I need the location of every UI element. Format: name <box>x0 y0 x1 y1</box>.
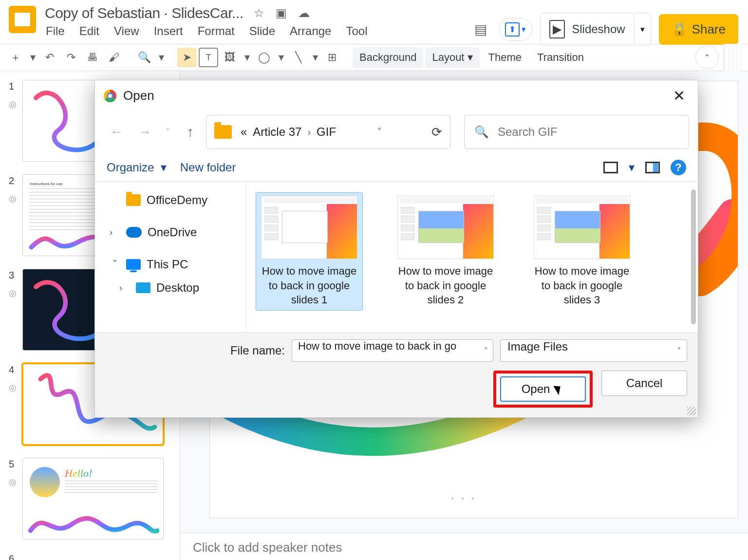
filename-value: How to move image to back in go <box>298 340 456 352</box>
file-name: How to move image to back in google slid… <box>395 264 496 307</box>
zoom-button[interactable]: 🔍 <box>134 48 154 67</box>
file-item[interactable]: How to move image to back in google slid… <box>392 192 499 311</box>
play-icon: ▶ <box>549 20 565 38</box>
tree-desktop[interactable]: ›Desktop <box>98 276 243 299</box>
caret-down-icon[interactable]: ˅ <box>484 346 488 355</box>
view-mode-icon[interactable] <box>603 162 618 173</box>
undo-button[interactable]: ↶ <box>40 48 59 67</box>
menu-format[interactable]: Format <box>198 24 235 38</box>
nav-back-icon[interactable]: ← <box>104 119 129 145</box>
filetype-value: Image Files <box>507 340 568 353</box>
new-slide-caret[interactable]: ▾ <box>27 48 38 67</box>
ruler-stub <box>724 44 742 71</box>
title-block: Copy of Sebastian · SlidesCar... ☆ ▣ ☁ F… <box>45 3 470 38</box>
file-name: How to move image to back in google slid… <box>532 264 632 307</box>
file-grid[interactable]: How to move image to back in google slid… <box>246 182 698 332</box>
filmstrip-handle[interactable]: • • • <box>451 495 477 503</box>
speaker-notes[interactable]: Click to add speaker notes <box>180 533 748 560</box>
thumb-number: 5 <box>9 458 19 470</box>
open-button[interactable]: Open <box>500 376 586 402</box>
line-tool[interactable]: ╲ <box>288 48 308 67</box>
pc-icon <box>126 259 141 270</box>
cancel-button[interactable]: Cancel <box>601 371 687 396</box>
slides-logo <box>9 6 36 33</box>
view-caret-icon[interactable]: ▾ <box>629 161 635 174</box>
slideshow-button[interactable]: ▶ Slideshow <box>540 13 634 46</box>
nav-forward-icon[interactable]: → <box>132 119 157 145</box>
search-input[interactable]: 🔍 Search GIF <box>464 115 689 149</box>
slide-thumb-5[interactable]: Hello! <box>22 458 164 540</box>
present-pill[interactable]: ⬆ ▾ <box>499 18 532 41</box>
menu-insert[interactable]: Insert <box>154 24 183 38</box>
paint-format-button[interactable]: 🖌 <box>104 48 124 67</box>
menu-tools[interactable]: Tool <box>346 24 367 38</box>
new-slide-button[interactable]: ＋ <box>6 48 25 67</box>
image-tool[interactable]: 🖼 <box>220 48 240 67</box>
image-caret[interactable]: ▾ <box>242 48 252 67</box>
crumb-folder[interactable]: Article 37 <box>253 125 301 139</box>
shape-caret[interactable]: ▾ <box>276 48 286 67</box>
tree-officedemy[interactable]: OfficeDemy <box>98 188 243 212</box>
menu-view[interactable]: View <box>114 24 139 38</box>
thumb-number: 6 <box>9 552 19 560</box>
chevron-right-icon: › <box>307 127 311 138</box>
animation-icon: ◎ <box>9 288 19 299</box>
tree-thispc[interactable]: ›This PC <box>98 253 243 276</box>
theme-button[interactable]: Theme <box>482 47 528 68</box>
folder-tree[interactable]: OfficeDemy ›OneDrive ›This PC ›Desktop <box>95 182 246 332</box>
close-icon[interactable]: ✕ <box>669 85 689 106</box>
animation-icon: ◎ <box>9 193 19 204</box>
background-button[interactable]: Background <box>353 47 423 68</box>
animation-icon: ◎ <box>9 382 19 393</box>
resize-grip[interactable] <box>687 407 696 415</box>
lock-icon: 🔒 <box>672 22 687 37</box>
menu-file[interactable]: File <box>46 24 65 38</box>
help-icon[interactable]: ? <box>671 160 686 175</box>
file-thumb <box>397 196 494 259</box>
file-item[interactable]: How to move image to back in google slid… <box>528 192 636 311</box>
slideshow-caret[interactable]: ▾ <box>635 13 651 46</box>
menu-bar: File Edit View Insert Format Slide Arran… <box>46 24 470 38</box>
transition-button[interactable]: Transition <box>530 47 591 68</box>
shape-tool[interactable]: ◯ <box>254 48 274 67</box>
star-icon[interactable]: ☆ <box>252 6 266 20</box>
file-name: How to move image to back in google slid… <box>259 264 359 307</box>
select-tool[interactable]: ➤ <box>177 48 197 67</box>
zoom-caret[interactable]: ▾ <box>156 48 167 67</box>
menu-arrange[interactable]: Arrange <box>290 24 331 38</box>
menu-slide[interactable]: Slide <box>249 24 275 38</box>
print-button[interactable]: 🖶 <box>83 48 102 67</box>
comment-tool[interactable]: ⊞ <box>322 48 342 67</box>
caret-down-icon[interactable]: ˅ <box>677 346 681 355</box>
folder-icon <box>126 194 141 206</box>
preview-pane-icon[interactable] <box>645 162 660 173</box>
filename-input[interactable]: How to move image to back in go ˅ <box>292 339 493 362</box>
dialog-toolbar: Organize ▾ New folder ▾ ? <box>95 156 698 182</box>
collapse-toolbar-icon[interactable]: ⌃ <box>695 46 719 69</box>
breadcrumb[interactable]: « Article 37 › GIF ˅ ⟳ <box>206 115 450 149</box>
cloud-icon[interactable]: ☁ <box>297 6 311 20</box>
crumb-drop-icon[interactable]: ˅ <box>377 126 382 138</box>
layout-button[interactable]: Layout ▾ <box>425 47 479 68</box>
move-icon[interactable]: ▣ <box>275 6 288 20</box>
document-title[interactable]: Copy of Sebastian · SlidesCar... <box>45 5 243 21</box>
file-item[interactable]: How to move image to back in google slid… <box>256 192 363 311</box>
menu-edit[interactable]: Edit <box>79 24 99 38</box>
thumb-number: 2 <box>9 174 19 187</box>
nav-up-icon[interactable]: ↑ <box>178 119 203 145</box>
share-button[interactable]: 🔒 Share <box>659 14 738 45</box>
search-icon: 🔍 <box>474 125 489 139</box>
tree-onedrive[interactable]: ›OneDrive <box>98 221 243 244</box>
slideshow-label: Slideshow <box>572 22 625 36</box>
textbox-tool[interactable]: T <box>199 48 218 67</box>
organize-button[interactable]: Organize ▾ <box>107 161 167 174</box>
crumb-sub[interactable]: GIF <box>317 125 336 139</box>
file-thumb <box>261 196 357 259</box>
refresh-icon[interactable]: ⟳ <box>431 125 442 140</box>
redo-button[interactable]: ↷ <box>61 48 81 67</box>
line-caret[interactable]: ▾ <box>310 48 320 67</box>
nav-recent-caret[interactable]: ˅ <box>160 119 175 145</box>
new-folder-button[interactable]: New folder <box>180 161 236 174</box>
filetype-select[interactable]: Image Files ˅ <box>500 339 687 362</box>
comments-icon[interactable]: ▤ <box>470 21 491 37</box>
